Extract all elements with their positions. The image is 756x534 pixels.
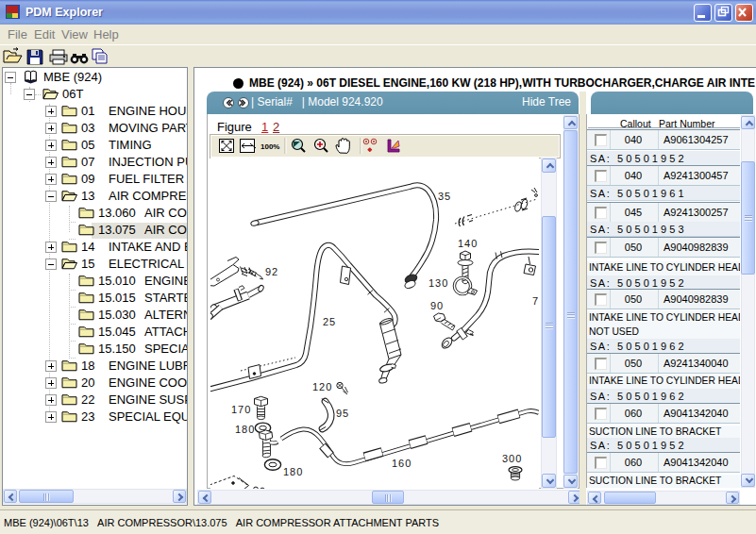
svg-text:100%: 100% (260, 142, 279, 151)
